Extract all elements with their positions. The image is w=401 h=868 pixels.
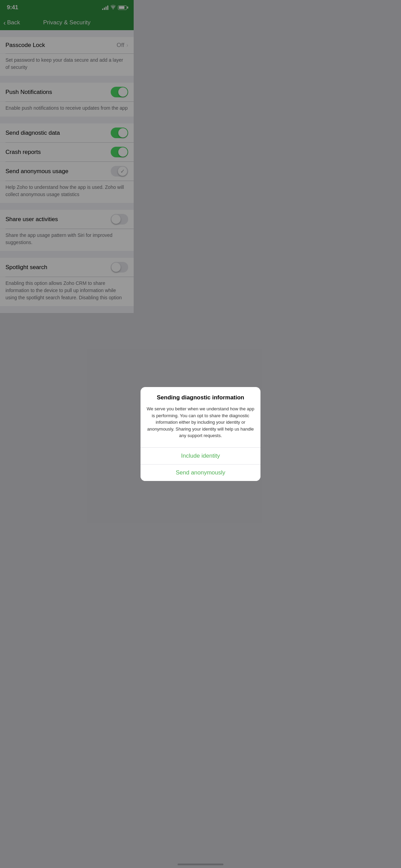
modal-overlay[interactable]: Sending diagnostic information We serve … [0,0,134,313]
